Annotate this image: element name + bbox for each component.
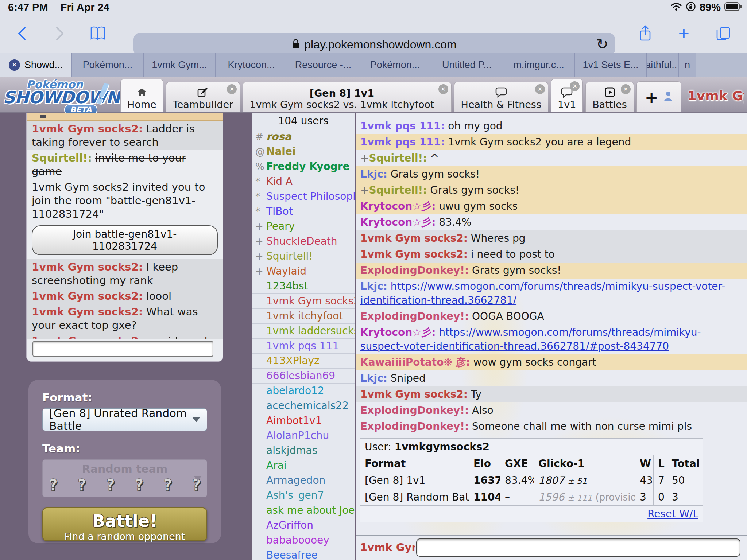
userlist-row[interactable]: *Kid A [252, 174, 355, 189]
room-tab-1v1[interactable]: 1v1✕ [551, 79, 583, 112]
close-room-icon[interactable]: ✕ [438, 84, 448, 94]
chat-username[interactable]: 1vmk Gym socks2: [32, 122, 143, 135]
chat-username[interactable]: Krytocon☆彡: [360, 200, 436, 212]
userlist-row[interactable]: +Squirtell! [252, 249, 355, 264]
battle-button[interactable]: Battle! Find a random opponent [42, 508, 207, 541]
room-chat-log: 1vmk pqs 111: oh my god1vmk pqs 111: 1vm… [356, 113, 747, 536]
browser-tab[interactable]: n [679, 53, 696, 77]
close-room-icon[interactable]: ✕ [621, 84, 631, 94]
browser-tab[interactable]: Pokémon... [72, 53, 144, 77]
home-chat-input[interactable] [32, 341, 213, 357]
chat-link[interactable]: https://www.smogon.com/forums/threads/mi… [360, 280, 725, 306]
userlist-row[interactable]: Arai [252, 458, 355, 473]
chat-username[interactable]: KawaiiiiPotato❉ 彦: [360, 356, 470, 368]
userlist-row[interactable]: 413XPlayz [252, 354, 355, 369]
chat-username[interactable]: 1vmk Gym socks2: [32, 306, 143, 318]
user-name: Waylaid [266, 265, 306, 277]
userlist-row[interactable]: abelardo12 [252, 384, 355, 398]
userlist-row[interactable]: 1vmk Gym socks2 [252, 294, 355, 309]
room-tab-teambuilder[interactable]: Teambuilder✕ [166, 82, 240, 112]
userlist-row[interactable]: +Waylaid [252, 264, 355, 279]
userlist-row[interactable]: %Freddy Kyogre [252, 159, 355, 174]
room-chat-input[interactable] [416, 538, 740, 557]
tab-overview-icon[interactable] [715, 24, 732, 43]
new-tab-icon[interactable]: + [676, 24, 692, 43]
system-message-text: 1vmk Gym socks2 invited you to join the … [32, 181, 205, 220]
reload-icon[interactable]: ↻ [596, 36, 608, 52]
chat-username[interactable]: Lkjc: [360, 168, 387, 180]
userlist-count-button[interactable]: 104 users [252, 113, 355, 129]
userlist-row[interactable]: 1vmk laddersucks2 [252, 324, 355, 339]
room-tab-health-fitness[interactable]: Health & Fitness✕ [454, 82, 548, 112]
join-battle-button[interactable]: Join battle-gen81v1-1102831724 [32, 225, 218, 255]
chat-username[interactable]: 1vmk Gym socks2: [360, 388, 468, 400]
user-name: acechemicals22 [266, 400, 349, 412]
close-room-icon[interactable]: ✕ [535, 84, 545, 94]
add-room-button[interactable]: + [636, 81, 681, 112]
share-icon[interactable] [637, 24, 654, 43]
userlist-row[interactable]: bababoooey [252, 533, 355, 548]
chat-username[interactable]: ExplodingDonkey!: [360, 420, 469, 432]
room-tab-home[interactable]: Home [120, 79, 163, 112]
team-select[interactable]: Random team ? ? ? ? ? ? [42, 459, 207, 497]
userlist-row[interactable]: 1vmk pqs 111 [252, 339, 355, 354]
chat-username[interactable]: 1vmk Gym socks2: [32, 290, 143, 302]
userlist-row[interactable]: 1vmk itchyfoot [252, 309, 355, 324]
chat-username[interactable]: Krytocon☆彡: [360, 216, 436, 228]
userlist-row[interactable]: @Nalei [252, 144, 355, 159]
chat-username[interactable]: 1vmk pqs 111: [360, 136, 445, 148]
userlist-row[interactable]: 666lesbian69 [252, 369, 355, 384]
chat-username[interactable]: Lkjc: [360, 372, 387, 384]
format-select[interactable]: [Gen 8] Unrated Random Battle [42, 408, 207, 431]
browser-tab[interactable]: Resource -... [287, 53, 359, 77]
browser-tab[interactable]: aithful... [647, 53, 679, 77]
browser-tab[interactable]: Pokémon... [359, 53, 431, 77]
chat-username[interactable]: Krytocon☆彡: [360, 326, 436, 338]
userlist-row[interactable]: 1234bst [252, 279, 355, 294]
browser-tab[interactable]: Untitled P... [431, 53, 503, 77]
forward-icon[interactable] [51, 24, 68, 43]
userlist-row[interactable]: Armagedon [252, 473, 355, 488]
userlist-row[interactable]: alskjdmas [252, 443, 355, 458]
userlist-row[interactable]: ask me about Joe [252, 503, 355, 518]
chat-username[interactable]: 1vmk Gym socks2: [360, 248, 468, 260]
userlist-row[interactable]: AzGriffon [252, 518, 355, 533]
chat-username[interactable]: 1vmk Gym socks2: [32, 335, 143, 339]
userlist-row[interactable]: Ash's_gen7 [252, 488, 355, 503]
reset-wl-link[interactable]: Reset W/L [647, 508, 698, 520]
userlist-row[interactable]: *Suspect Philosophy [252, 189, 355, 204]
glicko-cell: 1807 ± 51 [534, 472, 635, 489]
browser-tab[interactable]: 1vmk Gym... [144, 53, 216, 77]
chat-username[interactable]: Squirtell!: [369, 152, 427, 164]
chat-username[interactable]: Squirtell!: [369, 184, 427, 196]
browser-tab[interactable]: Krytocon... [216, 53, 287, 77]
userlist-row[interactable]: Beesafree [252, 548, 355, 560]
userlist-row[interactable]: Aimbot1v1 [252, 413, 355, 428]
userlist-row[interactable]: +ShuckleDeath [252, 234, 355, 249]
chat-username[interactable]: 1vmk Gym socks2: [360, 232, 468, 244]
chat-username[interactable]: Lkjc: [360, 280, 387, 292]
userlist-row[interactable]: #rosa [252, 129, 355, 144]
logged-in-username[interactable]: 1vmk Gym socks2 [688, 88, 744, 103]
close-room-icon[interactable]: ✕ [227, 84, 237, 94]
close-room-icon[interactable]: ✕ [570, 81, 580, 91]
chat-username[interactable]: ExplodingDonkey!: [360, 264, 469, 276]
userlist-row[interactable]: AlolanP1chu [252, 428, 355, 443]
userlist-row[interactable]: acechemicals22 [252, 398, 355, 413]
back-icon[interactable] [14, 24, 31, 43]
chat-username[interactable]: 1vmk Gym socks2: [32, 261, 143, 273]
chat-username[interactable]: ExplodingDonkey!: [360, 310, 469, 322]
browser-tab[interactable]: 1v1 Sets E... [575, 53, 647, 77]
chat-username[interactable]: 1vmk pqs 111: [360, 120, 445, 132]
userlist-row[interactable]: +Peary [252, 219, 355, 234]
room-tab[interactable]: [Gen 8] 1v11vmk Gym socks2 vs. 1vmk itch… [243, 82, 451, 112]
close-tab-icon[interactable]: ✕ [9, 59, 20, 71]
total-cell: 50 [667, 472, 703, 489]
browser-tab[interactable]: m.imgur.c... [503, 53, 575, 77]
browser-tab[interactable]: ✕Showd... [0, 53, 72, 77]
chat-username[interactable]: ExplodingDonkey!: [360, 404, 469, 416]
userlist-row[interactable]: *TIBot [252, 204, 355, 219]
chat-username[interactable]: Squirtell!: [32, 152, 92, 164]
bookmarks-icon[interactable] [89, 24, 106, 43]
room-tab-battles[interactable]: Battles✕ [585, 82, 634, 112]
